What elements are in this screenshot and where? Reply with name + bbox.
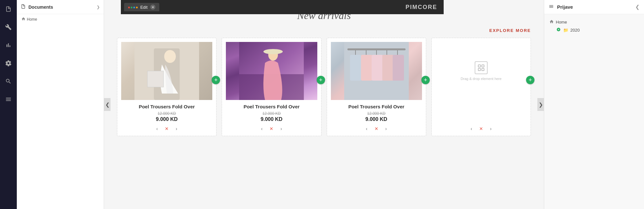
svg-rect-3 bbox=[147, 71, 164, 87]
right-panel-title: Prijave bbox=[557, 4, 635, 10]
breadcrumb: Home bbox=[17, 14, 104, 25]
sidebar-icon-search[interactable] bbox=[3, 75, 14, 87]
product-controls-3: ‹ ✕ › bbox=[364, 125, 389, 132]
tab-close-button[interactable]: ✕ bbox=[150, 5, 155, 10]
svg-rect-16 bbox=[372, 55, 383, 81]
tree-item-2020[interactable]: 📁 2020 bbox=[556, 26, 639, 34]
next-btn-4[interactable]: › bbox=[488, 125, 494, 132]
tree-home-label: Home bbox=[556, 20, 567, 25]
top-bar: ■■■■ Edit ✕ PIMCORE bbox=[121, 0, 444, 14]
tree-view: Home 📁 2020 bbox=[544, 14, 644, 38]
right-panel-close-button[interactable]: ❮ bbox=[635, 4, 639, 10]
tab-label: Edit bbox=[140, 5, 147, 10]
next-btn-1[interactable]: › bbox=[173, 125, 180, 132]
breadcrumb-home-label[interactable]: Home bbox=[27, 17, 37, 22]
product-image-1 bbox=[121, 42, 212, 100]
product-title-2: Poel Trousers Fold Over bbox=[244, 104, 300, 109]
product-card-3: + Poel Trousers Fold Over 12.000 KD 9.00… bbox=[327, 38, 426, 136]
products-grid: + Poel Trousers Fold Over 12.000 KD 9.00… bbox=[117, 38, 531, 136]
product-card-2: + Poel Trousers Fold Over 12.000 KD 9.00… bbox=[222, 38, 321, 136]
main-content: ❮ New arrivals EXPLORE MORE bbox=[104, 0, 544, 209]
tree-home-icon bbox=[549, 19, 554, 25]
svg-rect-22 bbox=[482, 65, 484, 67]
add-element-btn-1[interactable]: + bbox=[212, 76, 220, 84]
product-price-sale-1: 9.000 KD bbox=[156, 116, 178, 122]
edit-tab[interactable]: ■■■■ Edit ✕ bbox=[124, 3, 159, 11]
product-controls-1: ‹ ✕ › bbox=[154, 125, 180, 132]
product-price-sale-2: 9.000 KD bbox=[261, 116, 283, 122]
product-price-original-3: 12.000 KD bbox=[367, 111, 385, 116]
explore-more-link[interactable]: EXPLORE MORE bbox=[117, 28, 531, 33]
next-btn-3[interactable]: › bbox=[383, 125, 389, 132]
next-btn-2[interactable]: › bbox=[278, 125, 284, 132]
tree-item-home[interactable]: Home bbox=[549, 18, 639, 26]
sidebar-icon-analytics[interactable] bbox=[3, 39, 14, 51]
product-image-placeholder: Drag & drop element here bbox=[436, 42, 527, 100]
docs-panel-arrow: ❯ bbox=[97, 5, 100, 9]
product-image-2 bbox=[226, 42, 317, 100]
product-price-original-1: 12.000 KD bbox=[158, 111, 176, 116]
sidebar-icon-settings[interactable] bbox=[3, 57, 14, 69]
svg-rect-12 bbox=[350, 55, 361, 81]
delete-btn-3[interactable]: ✕ bbox=[373, 125, 380, 132]
sidebar-icon-menu[interactable] bbox=[3, 94, 14, 105]
hamburger-icon bbox=[549, 4, 554, 10]
svg-rect-10 bbox=[347, 48, 406, 50]
product-price-original-2: 12.000 KD bbox=[262, 111, 281, 116]
prev-btn-1[interactable]: ‹ bbox=[154, 125, 160, 132]
nav-arrow-right[interactable]: ❯ bbox=[537, 98, 544, 111]
svg-point-8 bbox=[263, 49, 283, 54]
prev-btn-4[interactable]: ‹ bbox=[468, 125, 475, 132]
product-card-4: Drag & drop element here + ‹ ✕ › bbox=[431, 38, 531, 136]
delete-btn-2[interactable]: ✕ bbox=[268, 125, 275, 132]
tab-color-icon: ■■■■ bbox=[128, 5, 138, 9]
delete-btn-1[interactable]: ✕ bbox=[164, 125, 170, 132]
drag-drop-icon bbox=[475, 61, 488, 74]
add-element-btn-3[interactable]: + bbox=[421, 76, 430, 84]
placeholder-text: Drag & drop element here bbox=[461, 77, 502, 81]
svg-point-2 bbox=[164, 50, 176, 63]
product-controls-4: ‹ ✕ › bbox=[468, 122, 494, 132]
svg-rect-23 bbox=[478, 68, 480, 71]
left-sidebar bbox=[0, 0, 17, 209]
prev-btn-3[interactable]: ‹ bbox=[364, 125, 370, 132]
sidebar-icon-documents[interactable] bbox=[3, 3, 14, 15]
documents-header: Documents ❯ bbox=[17, 0, 104, 14]
svg-rect-14 bbox=[361, 55, 372, 81]
add-element-btn-2[interactable]: + bbox=[317, 76, 325, 84]
product-title-1: Poel Trousers Fold Over bbox=[139, 104, 195, 109]
product-title-3: Poel Trousers Fold Over bbox=[348, 104, 404, 109]
svg-rect-18 bbox=[382, 55, 394, 81]
breadcrumb-home-icon bbox=[21, 17, 26, 22]
product-image-3 bbox=[331, 42, 422, 100]
tree-add-icon bbox=[556, 27, 561, 33]
tree-2020-label: 2020 bbox=[570, 28, 580, 33]
document-header-icon bbox=[21, 4, 26, 10]
right-panel: Prijave ❮ Home 📁 2020 bbox=[544, 0, 644, 209]
documents-title: Documents bbox=[28, 5, 97, 10]
sidebar-icon-tools[interactable] bbox=[3, 21, 14, 33]
product-price-sale-3: 9.000 KD bbox=[365, 116, 387, 122]
svg-rect-21 bbox=[478, 65, 480, 67]
add-element-btn-4[interactable]: + bbox=[526, 76, 534, 84]
right-panel-header: Prijave ❮ bbox=[544, 0, 644, 14]
tree-folder-icon: 📁 bbox=[563, 28, 568, 33]
delete-btn-4[interactable]: ✕ bbox=[478, 125, 484, 132]
svg-rect-20 bbox=[393, 55, 404, 81]
product-controls-2: ‹ ✕ › bbox=[259, 125, 284, 132]
pimcore-logo: PIMCORE bbox=[399, 0, 444, 14]
svg-rect-24 bbox=[482, 68, 484, 71]
product-card-1: + Poel Trousers Fold Over 12.000 KD 9.00… bbox=[117, 38, 216, 136]
documents-panel: Documents ❯ Home bbox=[17, 0, 104, 209]
nav-arrow-left[interactable]: ❮ bbox=[104, 98, 111, 111]
prev-btn-2[interactable]: ‹ bbox=[259, 125, 265, 132]
